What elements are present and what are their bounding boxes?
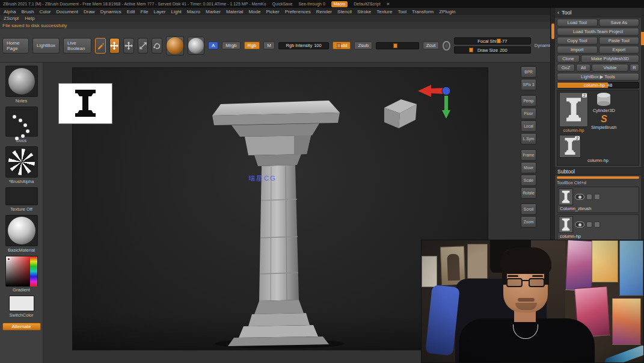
zsub-button[interactable]: Zsub [354, 42, 372, 49]
subtool-item[interactable]: column-hp [557, 214, 639, 241]
axis-gizmo[interactable] [383, 80, 453, 133]
brush-thumb[interactable] [5, 66, 38, 97]
alpha-thumb[interactable] [5, 146, 38, 178]
menu-zplugin[interactable]: ZPlugin [439, 9, 455, 14]
menu-alpha[interactable]: Alpha [4, 9, 16, 14]
make-polymesh3d-button[interactable]: Make PolyMesh3D [581, 55, 639, 63]
draw-pointer-button[interactable] [109, 38, 120, 54]
floor-button[interactable]: Floor [521, 108, 536, 119]
hue-strip[interactable] [30, 256, 37, 287]
home-page-button[interactable]: Home Page [2, 38, 29, 54]
move-view-button[interactable]: Move [521, 162, 536, 173]
save-as-button[interactable]: Save As [599, 19, 640, 26]
goz-button[interactable]: GoZ [557, 64, 575, 72]
menu-color[interactable]: Color [39, 9, 51, 14]
menu-file[interactable]: File [141, 9, 149, 14]
import-button[interactable]: Import [557, 46, 598, 54]
alternate-button[interactable]: Alternate [2, 323, 41, 330]
subtool-slider[interactable] [557, 176, 639, 179]
move-button[interactable] [123, 38, 134, 54]
menu-zscript[interactable]: ZScript [4, 16, 19, 21]
zoom-button[interactable]: Zoom [521, 216, 536, 228]
secondary-tool-slot[interactable]: 2 column-hp [559, 135, 637, 163]
menu-transform[interactable]: Transform [412, 9, 434, 14]
current-texture-slot[interactable]: Texture Off [5, 187, 38, 212]
live-boolean-button[interactable]: Live Boolean [63, 38, 91, 54]
clone-button[interactable]: Clone [557, 55, 580, 63]
menu-brush[interactable]: Brush [21, 9, 34, 14]
menu-material[interactable]: Material [226, 9, 243, 14]
subtool-section-header[interactable]: Subtool [555, 167, 641, 175]
menu-render[interactable]: Render [316, 9, 332, 14]
zadd-button[interactable]: Zadd [333, 42, 351, 49]
z-intensity-slider[interactable] [376, 42, 419, 49]
menu-marker[interactable]: Marker [206, 9, 221, 14]
edit-object-button[interactable] [95, 38, 106, 54]
menu-dynamics[interactable]: Dynamics [100, 9, 121, 14]
menu-preferences[interactable]: Preferences [285, 9, 311, 14]
main-color-swatch[interactable] [9, 296, 34, 311]
current-brush-button[interactable] [166, 36, 184, 55]
stone-column-model[interactable] [210, 101, 352, 350]
paint-toggle-icon[interactable] [594, 222, 600, 228]
menu-texture[interactable]: Texture [376, 9, 392, 14]
lightbox-tools-button[interactable]: LightBox ▶ Tools [557, 73, 639, 81]
tool-panel-header[interactable]: ‹ Tool [555, 8, 641, 17]
draw-size-handle[interactable] [469, 48, 473, 52]
mrgb-button[interactable]: Mrgb [222, 42, 240, 49]
material-thumb[interactable] [5, 215, 38, 246]
current-material-slot[interactable]: BasicMaterial [5, 215, 38, 253]
menu-draw[interactable]: Draw [84, 9, 95, 14]
export-button[interactable]: Export [599, 46, 640, 54]
sculpt-toggle-icon[interactable] [586, 194, 592, 200]
local-button[interactable]: Local [521, 120, 536, 132]
m-button[interactable]: M [263, 42, 275, 49]
eye-visibility-icon[interactable] [575, 222, 584, 228]
frame-button[interactable]: Frame [521, 149, 536, 161]
visible-button[interactable]: Visible [592, 64, 628, 72]
active-tool-slot[interactable]: 2 column-hp [559, 92, 588, 133]
menu-layer[interactable]: Layer [153, 9, 165, 14]
menu-help[interactable]: Help [25, 16, 34, 21]
subtool-thumb[interactable] [559, 216, 573, 233]
subtool-thumb[interactable] [559, 188, 573, 205]
menu-stroke[interactable]: Stroke [357, 9, 371, 14]
current-alpha-slot[interactable]: *BrushAlpha [5, 146, 38, 184]
focal-shift-handle[interactable] [497, 39, 501, 43]
paste-tool-button[interactable]: Paste Tool [599, 37, 640, 45]
color-picker[interactable] [5, 256, 38, 286]
menu-edit[interactable]: Edit [127, 9, 135, 14]
rgb-intensity-slider[interactable]: Rgb Intensity 100 [278, 42, 329, 49]
scroll-button[interactable]: Scroll [521, 203, 536, 215]
all-button[interactable]: All [576, 64, 590, 72]
color-picker-slot[interactable]: Gradient [5, 256, 38, 293]
quicksave-button[interactable]: QuickSave [272, 2, 293, 6]
color-swatch-slot[interactable]: SwitchColor [9, 296, 34, 318]
see-through-control[interactable]: See-through 0 [298, 2, 325, 6]
focal-shift-slider[interactable]: Focal Shift -77 [454, 37, 531, 45]
lsym-button[interactable]: L.Sym [521, 133, 536, 144]
rgb-intensity-handle[interactable] [337, 43, 341, 48]
alpha-preview-thumbnail[interactable] [58, 83, 112, 124]
zcut-button[interactable]: Zcut [423, 42, 440, 49]
menu-stencil[interactable]: Stencil [337, 9, 352, 14]
rgb-button[interactable]: Rgb [244, 42, 260, 49]
cylinder3d-slot[interactable]: Cylinder3D [593, 92, 615, 113]
subtool-note-row[interactable] [557, 176, 639, 179]
menu-picker[interactable]: Picker [266, 9, 279, 14]
dynamic-label[interactable]: Dynamic [535, 43, 552, 48]
scrollbar-thumb[interactable] [641, 32, 644, 45]
secondary-tool-thumb[interactable]: 2 [559, 135, 581, 158]
rotate-view-button[interactable]: Rotate [521, 187, 536, 199]
spix-button[interactable]: SPix 3 [521, 79, 536, 90]
stroke-thumb[interactable] [5, 107, 38, 137]
saturation-field[interactable] [6, 256, 31, 287]
r-button[interactable]: R [630, 64, 639, 72]
scale-button[interactable] [138, 38, 149, 54]
texture-thumb[interactable] [5, 187, 38, 205]
load-tool-button[interactable]: Load Tool [557, 19, 598, 26]
chip-a-button[interactable]: A [208, 42, 218, 49]
menu-document[interactable]: Document [57, 9, 78, 14]
eye-visibility-icon[interactable] [575, 194, 584, 200]
canvas-rotate-icon[interactable] [443, 41, 450, 51]
